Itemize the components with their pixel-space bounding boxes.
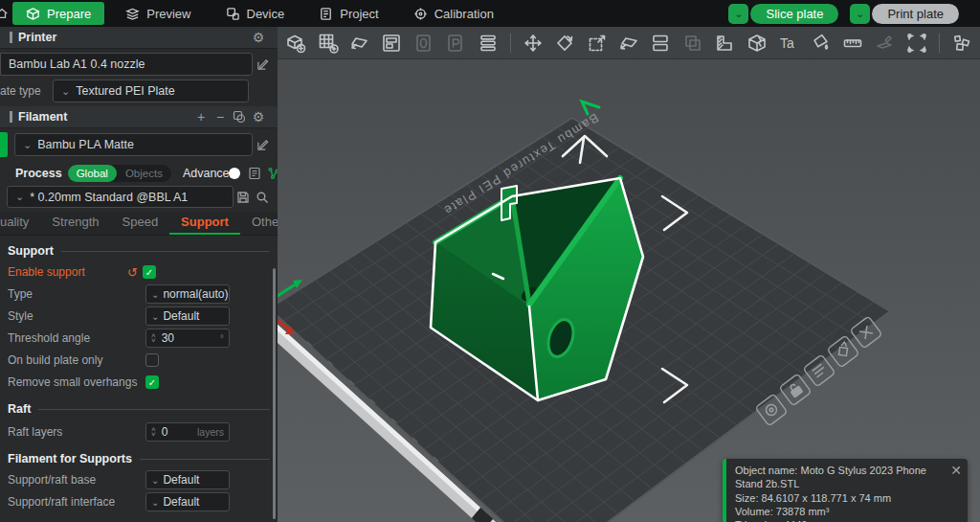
raft-layers-label: Raft layers [8,425,145,439]
remove-overhangs-checkbox[interactable]: ✓ [145,375,159,389]
save-preset-icon[interactable] [234,188,253,207]
spinner-arrows-icon[interactable]: ˄˅ [151,427,156,437]
filament-color-swatch[interactable] [0,132,8,157]
tab-speed[interactable]: Speed [111,215,170,235]
threshold-angle-value: 30 [162,331,174,345]
filament-edit-icon[interactable] [253,135,272,154]
add-object-icon[interactable] [281,29,310,57]
add-plate-icon[interactable] [313,29,342,57]
lay-on-face-icon[interactable] [614,29,643,57]
setting-list-icon[interactable] [248,164,261,183]
buildplate-only-checkbox[interactable] [145,353,159,367]
remove-filament-icon[interactable]: − [211,107,230,126]
tab-device[interactable]: Device [212,2,299,25]
support-raft-interface-row: Support/raft interface ⌄Default [8,491,270,512]
measure-icon[interactable] [838,29,867,57]
cut-icon[interactable] [742,29,770,57]
plate-type-row: ate type ⌄ Textured PEI Plate [0,79,278,106]
process-preset-select[interactable]: ⌄ * 0.20mm Standard @BBL A1 [7,186,234,208]
tab-preview-label: Preview [146,7,190,21]
split-objects-icon[interactable] [646,29,675,57]
printer-settings-gear-icon[interactable]: ⚙ [249,28,268,47]
filament-preset-value: Bambu PLA Matte [37,138,134,151]
printer-section-header: Printer ⚙ [0,27,278,49]
threshold-angle-row: Threshold angle ˄˅ 30 ° [8,328,270,349]
filament-section-title: Filament [18,110,67,124]
support-raft-interface-label: Support/raft interface [8,495,145,509]
fill-bed-p-icon[interactable] [441,29,470,57]
scale-icon[interactable] [583,29,612,57]
slice-options-chevron[interactable]: ⌄ [728,4,748,24]
raft-layers-value: 0 [162,425,168,439]
enable-support-checkbox[interactable]: ✓ [143,265,156,279]
support-paint-icon[interactable] [710,29,739,57]
toolbar-separator [939,34,940,53]
arrange-icon[interactable] [377,29,406,57]
tab-prepare[interactable]: Prepare [12,2,104,25]
close-icon[interactable]: ✕ [950,464,962,477]
tab-project[interactable]: Project [305,2,391,25]
tab-support[interactable]: Support [169,215,240,235]
fill-bed-zero-icon[interactable] [410,29,438,57]
seam-paint-icon[interactable] [870,29,899,57]
scope-objects-pill[interactable]: Objects [117,165,171,182]
reset-to-default-icon[interactable]: ↺ [127,265,138,280]
color-paint-icon[interactable] [806,29,835,57]
print-options-chevron[interactable]: ⌄ [850,4,870,24]
support-raft-base-row: Support/raft base ⌄Default [8,469,270,490]
object-info-panel: ✕ Object name: Moto G Stylus 2023 Phone … [723,459,968,522]
layers-icon[interactable] [473,29,501,57]
slice-plate-button[interactable]: Slice plate [750,4,838,24]
slice-plate-label: Slice plate [766,7,823,21]
filament-preset-select[interactable]: ⌄ Bambu PLA Matte [14,133,253,156]
filament-sync-icon[interactable] [230,107,249,126]
tab-quality[interactable]: uality [0,215,40,235]
scope-global-pill[interactable]: Global [68,165,117,182]
print-plate-button[interactable]: Print plate [872,4,959,24]
printer-preset-value: Bambu Lab A1 0.4 nozzle [9,57,145,71]
plate-front-marker-arrow [582,102,599,114]
support-raft-base-select[interactable]: ⌄Default [145,470,230,489]
slice-split-button: ⌄ Slice plate [728,4,838,24]
text-tool-icon[interactable]: Ta [774,29,803,57]
printer-preset-select[interactable]: Bambu Lab A1 0.4 nozzle [0,53,253,76]
threshold-angle-input[interactable]: ˄˅ 30 ° [145,329,230,348]
add-filament-icon[interactable]: + [191,107,211,126]
build-plate-scene[interactable]: Bambu Textured PEI Plate [278,59,980,522]
tab-strength[interactable]: Strength [40,215,110,235]
spinner-arrows-icon[interactable]: ˄˅ [151,333,156,343]
raft-layers-input[interactable]: ˄˅ 0 layers [145,422,230,442]
process-scope-switch: Global Objects [68,165,171,182]
support-raft-interface-select[interactable]: ⌄Default [145,492,230,511]
support-type-value: normal(auto) [163,287,228,301]
printer-section-title: Printer [18,31,56,44]
process-row: Process Global Objects Advanced [0,161,278,186]
plate-type-select[interactable]: ⌄ Textured PEI Plate [53,79,249,102]
home-icon[interactable] [0,0,9,27]
raft-layers-unit: layers [197,426,224,438]
filament-settings-gear-icon[interactable]: ⚙ [249,107,268,126]
threshold-angle-unit: ° [220,332,224,344]
scale-frame-icon[interactable] [902,29,930,57]
process-preset-value: * 0.20mm Standard @BBL A1 [30,191,188,204]
viewport-3d[interactable]: Ta Bambu Textured PE [278,27,980,522]
print-plate-label: Print plate [887,7,944,21]
app-window: Prepare Preview Device Project Calibrati… [0,0,980,522]
sidebar-scrollbar[interactable] [273,268,276,519]
rotate-icon[interactable] [550,29,579,57]
assembly-view-icon[interactable] [947,29,976,57]
printer-edit-icon[interactable] [253,55,272,74]
plate-type-label: ate type [0,84,53,98]
move-icon[interactable] [519,29,547,57]
support-style-select[interactable]: ⌄Default [145,306,230,326]
search-settings-icon[interactable] [253,188,272,207]
variable-layer-icon[interactable] [679,29,707,57]
chevron-down-icon: ⌄ [61,85,70,98]
printer-preset-row: Bambu Lab A1 0.4 nozzle [0,49,278,79]
tab-preview[interactable]: Preview [112,2,204,25]
support-type-select[interactable]: ⌄normal(auto) [145,284,230,304]
process-title: Process [15,167,62,180]
auto-orient-icon[interactable] [345,29,374,57]
support-style-value: Default [163,309,199,323]
tab-calibration[interactable]: Calibration [400,2,507,25]
